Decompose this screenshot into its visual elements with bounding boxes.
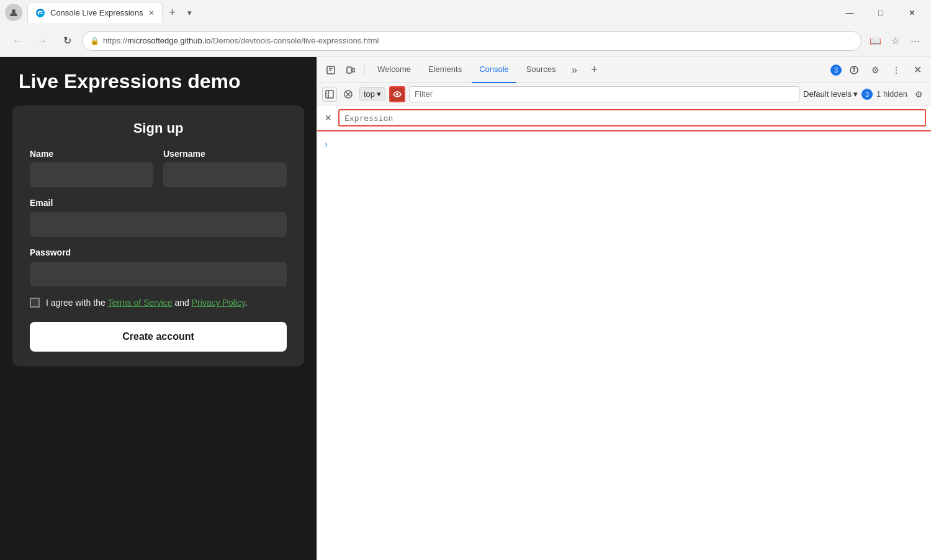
email-label: Email <box>30 198 53 208</box>
default-levels-dropdown-icon: ▾ <box>853 89 858 99</box>
devtools-panel: Welcome Elements Console Sources » + 3 <box>317 57 931 560</box>
inspect-element-btn[interactable] <box>322 61 340 79</box>
svg-rect-8 <box>326 91 333 98</box>
password-input[interactable] <box>30 262 287 287</box>
forward-button[interactable]: → <box>32 31 52 51</box>
title-bar-controls: — □ ✕ <box>835 2 926 22</box>
device-mode-btn[interactable] <box>342 61 359 79</box>
live-expression-row: ✕ <box>317 105 931 131</box>
tab-dropdown-btn[interactable]: ▾ <box>182 5 197 20</box>
signup-title: Sign up <box>30 120 287 136</box>
context-label: top <box>364 89 375 99</box>
password-group: Password <box>30 247 287 287</box>
profile-avatar[interactable] <box>5 4 22 21</box>
name-username-row: Name Username <box>30 149 287 187</box>
svg-point-6 <box>853 68 855 69</box>
lock-icon: 🔒 <box>90 37 99 45</box>
console-content: › <box>317 131 931 560</box>
username-input[interactable] <box>163 162 287 187</box>
address-bar: ← → ↻ 🔒 https://microsoftedge.github.io/… <box>0 25 931 57</box>
main-content: Live Expressions demo Sign up Name Usern… <box>0 57 931 560</box>
live-expressions-btn[interactable] <box>389 86 405 102</box>
console-settings-btn[interactable]: ⚙ <box>911 87 926 102</box>
edge-favicon <box>35 8 45 18</box>
notification-badge: 3 <box>830 64 842 76</box>
tab-elements[interactable]: Elements <box>421 57 469 83</box>
privacy-link[interactable]: Privacy Policy <box>192 298 245 308</box>
name-input[interactable] <box>30 162 153 187</box>
browser-window: Console Live Expressions ✕ + ▾ — □ ✕ ← →… <box>0 0 931 560</box>
devtools-close-btn[interactable]: ✕ <box>909 61 926 79</box>
svg-rect-3 <box>347 67 351 73</box>
close-button[interactable]: ✕ <box>897 2 926 22</box>
default-levels-label: Default levels <box>803 89 852 99</box>
maximize-button[interactable]: □ <box>866 2 895 22</box>
terms-period: . <box>245 298 248 308</box>
email-input[interactable] <box>30 212 287 237</box>
refresh-button[interactable]: ↻ <box>57 31 77 51</box>
terms-prefix: I agree with the <box>46 298 107 308</box>
toolbar-divider-1 <box>364 64 365 76</box>
filter-input[interactable] <box>409 86 799 102</box>
settings-btn[interactable]: ⚙ <box>866 61 884 79</box>
email-group: Email <box>30 197 287 237</box>
clear-console-btn[interactable] <box>341 87 356 102</box>
signup-card: Sign up Name Username Email <box>12 105 304 367</box>
reading-mode-btn[interactable]: 📖 <box>866 32 884 50</box>
title-bar: Console Live Expressions ✕ + ▾ — □ ✕ <box>0 0 931 25</box>
url-prefix: https:// <box>103 36 127 45</box>
name-group: Name <box>30 149 153 187</box>
tab-title: Console Live Expressions <box>50 8 143 17</box>
devtools-toolbar: Welcome Elements Console Sources » + 3 <box>317 57 931 83</box>
svg-point-13 <box>396 93 398 96</box>
page-title: Live Expressions demo <box>19 69 298 93</box>
context-selector[interactable]: top ▾ <box>359 87 385 100</box>
devtools-toolbar-right: 3 ⚙ ⋮ ✕ <box>830 61 926 79</box>
terms-and: and <box>173 298 192 308</box>
terms-checkbox[interactable] <box>30 298 40 308</box>
tab-welcome[interactable]: Welcome <box>370 57 418 83</box>
svg-rect-4 <box>353 68 354 72</box>
console-sidebar-btn[interactable] <box>322 87 337 102</box>
hidden-count-label: 1 hidden <box>876 89 907 99</box>
tab-sources[interactable]: Sources <box>519 57 564 83</box>
tab-console[interactable]: Console <box>472 57 516 83</box>
page-header: Live Expressions demo <box>0 57 317 105</box>
minimize-button[interactable]: — <box>835 2 864 22</box>
context-dropdown-icon: ▾ <box>377 89 381 99</box>
more-tabs-btn[interactable]: » <box>566 61 583 79</box>
live-expression-input[interactable] <box>338 109 926 127</box>
back-button[interactable]: ← <box>7 31 27 51</box>
address-input[interactable]: 🔒 https://microsoftedge.github.io/Demos/… <box>82 31 861 51</box>
favorites-btn[interactable]: ☆ <box>886 32 904 50</box>
url-path: /Demos/devtools-console/live-expressions… <box>210 36 379 45</box>
browser-page: Live Expressions demo Sign up Name Usern… <box>0 57 317 560</box>
password-label: Password <box>30 247 71 257</box>
console-error-badge: 3 <box>861 89 873 100</box>
create-account-button[interactable]: Create account <box>30 322 287 352</box>
browser-tab-active[interactable]: Console Live Expressions ✕ <box>27 2 163 23</box>
live-expr-close-btn[interactable]: ✕ <box>322 112 335 124</box>
default-levels-selector[interactable]: Default levels ▾ <box>803 89 858 99</box>
terms-checkbox-row: I agree with the Terms of Service and Pr… <box>30 296 287 309</box>
username-label: Username <box>163 149 287 159</box>
name-label: Name <box>30 149 153 159</box>
username-group: Username <box>163 149 287 187</box>
url-display: https://microsoftedge.github.io/Demos/de… <box>103 36 853 45</box>
console-chevron-btn[interactable]: › <box>322 136 926 151</box>
console-toolbar: top ▾ Default levels ▾ 3 1 hidden ⚙ <box>317 83 931 105</box>
browser-menu-btn[interactable]: ⋯ <box>906 32 924 50</box>
tab-close-btn[interactable]: ✕ <box>148 9 155 17</box>
terms-label: I agree with the Terms of Service and Pr… <box>46 296 248 309</box>
tab-strip: Console Live Expressions ✕ + ▾ <box>25 2 833 23</box>
new-tab-button[interactable]: + <box>164 4 181 21</box>
url-host: microsoftedge.github.io <box>127 36 210 45</box>
terms-link[interactable]: Terms of Service <box>107 298 172 308</box>
send-feedback-btn[interactable] <box>845 61 863 79</box>
svg-point-1 <box>36 9 45 17</box>
address-right-buttons: 📖 ☆ ⋯ <box>866 32 924 50</box>
add-tab-btn[interactable]: + <box>586 61 603 79</box>
customize-btn[interactable]: ⋮ <box>888 61 905 79</box>
